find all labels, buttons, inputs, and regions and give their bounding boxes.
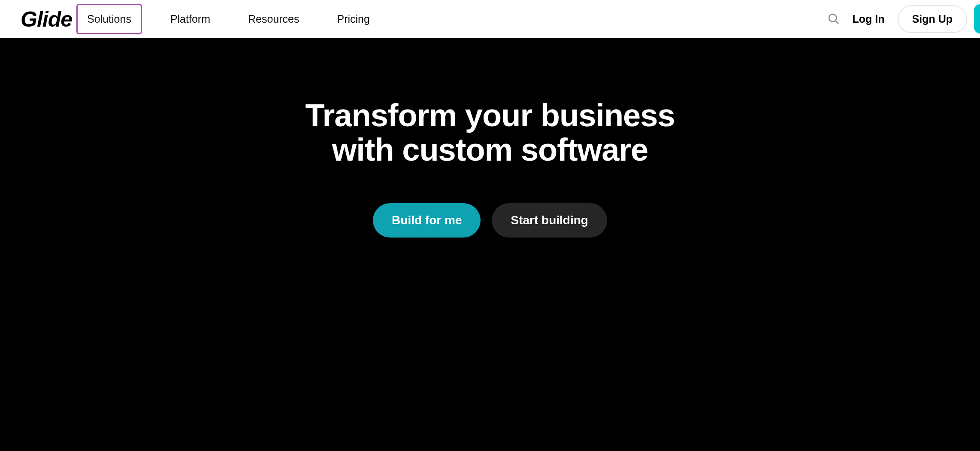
nav-resources[interactable]: Resources [239, 5, 309, 33]
start-building-button[interactable]: Start building [492, 203, 607, 238]
hero-buttons: Build for me Start building [373, 203, 607, 238]
header-right: Log In Sign Up [827, 5, 967, 33]
accent-decoration [974, 4, 980, 34]
header: Glide Solutions Platform Resources Prici… [0, 0, 980, 38]
hero-section: Transform your business with custom soft… [0, 38, 980, 451]
logo[interactable]: Glide [21, 7, 72, 32]
svg-line-1 [835, 21, 838, 23]
nav-platform[interactable]: Platform [161, 5, 220, 33]
login-link[interactable]: Log In [853, 13, 885, 25]
signup-button[interactable]: Sign Up [898, 5, 967, 33]
build-for-me-button[interactable]: Build for me [373, 203, 481, 238]
nav-pricing[interactable]: Pricing [327, 5, 379, 33]
main-nav: Solutions Platform Resources Pricing [76, 4, 379, 34]
hero-title: Transform your business with custom soft… [305, 98, 675, 167]
nav-solutions[interactable]: Solutions [76, 4, 142, 34]
search-icon[interactable] [827, 12, 840, 27]
hero-title-line1: Transform your business [305, 98, 675, 133]
hero-title-line2: with custom software [305, 133, 675, 167]
